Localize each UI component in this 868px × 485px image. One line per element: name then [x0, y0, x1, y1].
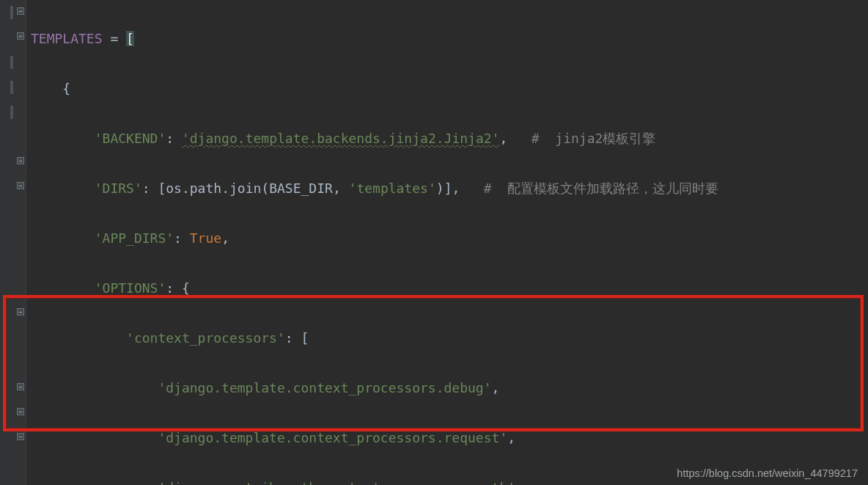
dict-key: 'BACKEND' — [95, 131, 166, 146]
dict-key: 'DIRS' — [95, 180, 142, 196]
editor-gutter — [0, 0, 26, 485]
gutter-marker — [10, 106, 13, 119]
fold-icon[interactable] — [17, 157, 24, 164]
brace-open: { — [62, 81, 70, 96]
fold-icon[interactable] — [17, 182, 24, 189]
fold-icon[interactable] — [17, 32, 24, 40]
string-value: 'django.template.context_processors.requ… — [158, 430, 507, 445]
code-line: 'BACKEND': 'django.template.backends.jin… — [31, 126, 868, 151]
fold-icon[interactable] — [17, 308, 24, 316]
code-line: TEMPLATES = [ — [31, 26, 868, 51]
code-line: 'APP_DIRS': True, — [31, 226, 868, 251]
gutter-marker — [10, 56, 13, 69]
gutter-marker — [10, 81, 13, 94]
fold-icon[interactable] — [17, 383, 24, 390]
fold-icon[interactable] — [17, 7, 24, 15]
watermark-text: https://blog.csdn.net/weixin_44799217 — [677, 467, 858, 479]
bracket-open: [ — [126, 31, 134, 46]
code-line: 'OPTIONS': { — [31, 276, 868, 301]
code-line: 'django.template.context_processors.debu… — [31, 376, 868, 401]
string-value: 'django.template.backends.jinja2.Jinja2' — [182, 131, 499, 146]
string-value: 'django.contrib.auth.context_processors.… — [158, 480, 515, 485]
gutter-marker — [10, 6, 13, 19]
dict-key: 'OPTIONS' — [95, 280, 166, 296]
keyword-true: True — [190, 230, 221, 246]
code-line: 'context_processors': [ — [31, 326, 868, 351]
code-editor[interactable]: TEMPLATES = [ { 'BACKEND': 'django.templ… — [0, 0, 868, 485]
code-line: { — [31, 76, 868, 101]
dict-key: 'APP_DIRS' — [95, 230, 174, 246]
dict-key: 'context_processors' — [126, 330, 285, 346]
fold-icon[interactable] — [17, 433, 24, 440]
operator: = — [103, 31, 127, 46]
code-comment: # 配置模板文件加载路径，这儿同时要 — [484, 180, 719, 196]
string-value: 'django.template.context_processors.debu… — [158, 380, 491, 395]
code-line: 'DIRS': [os.path.join(BASE_DIR, 'templat… — [31, 176, 868, 201]
code-comment: # jinja2模板引擎 — [532, 131, 656, 146]
variable-name: TEMPLATES — [31, 31, 103, 46]
fold-icon[interactable] — [17, 408, 24, 415]
code-content[interactable]: TEMPLATES = [ { 'BACKEND': 'django.templ… — [26, 0, 868, 485]
code-line: 'django.template.context_processors.requ… — [31, 426, 868, 451]
